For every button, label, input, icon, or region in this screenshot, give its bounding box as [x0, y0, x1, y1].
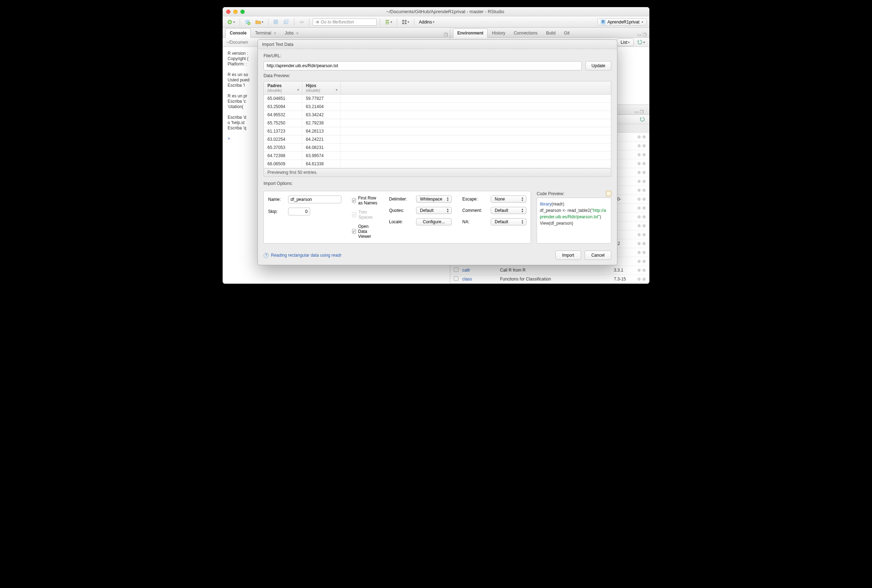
svg-rect-7: [300, 20, 303, 21]
package-checkbox[interactable]: [454, 276, 458, 281]
close-icon[interactable]: ✕: [296, 31, 299, 35]
main-toolbar: ▾ ▾ Go to file/function ▾: [223, 16, 649, 28]
refresh-icon[interactable]: ▾: [636, 39, 647, 45]
maximize-pane-icon[interactable]: ❐: [642, 32, 647, 38]
remove-icon[interactable]: ⊗: [642, 277, 646, 282]
remove-icon[interactable]: ⊗: [642, 143, 646, 148]
goto-file-input[interactable]: Go to file/function: [312, 18, 377, 26]
clipboard-icon[interactable]: [606, 191, 611, 196]
console-prompt[interactable]: >: [228, 136, 230, 141]
remove-icon[interactable]: ⊗: [642, 179, 646, 184]
tab-git[interactable]: Git: [560, 28, 573, 38]
tab-build[interactable]: Build: [542, 28, 560, 38]
maximize-icon[interactable]: ❐: [442, 32, 450, 38]
project-menu[interactable]: R AprendeR1privat ▾: [597, 18, 647, 26]
close-icon[interactable]: [226, 10, 230, 14]
help-link[interactable]: ?Reading rectangular data using readr: [264, 253, 341, 258]
table-row: 65.3705364.08231: [264, 144, 611, 152]
tab-history[interactable]: History: [488, 28, 509, 38]
web-icon[interactable]: ⊕: [637, 134, 641, 140]
comment-select[interactable]: Default▲▼: [491, 207, 526, 214]
web-icon[interactable]: ⊕: [637, 277, 641, 282]
quotes-select[interactable]: Default▲▼: [416, 207, 452, 214]
web-icon[interactable]: ⊕: [637, 143, 641, 148]
zoom-icon[interactable]: [240, 10, 245, 14]
tab-environment[interactable]: Environment: [453, 28, 488, 38]
remove-icon[interactable]: ⊗: [642, 161, 646, 166]
minimize-pane-icon[interactable]: ▭: [635, 110, 638, 114]
tab-terminal[interactable]: Terminal✕: [251, 28, 280, 38]
web-icon[interactable]: ⊕: [637, 259, 641, 264]
import-button[interactable]: Import: [555, 250, 581, 260]
update-button[interactable]: Update: [585, 61, 611, 70]
escape-select[interactable]: None▲▼: [491, 195, 526, 202]
web-icon[interactable]: ⊕: [637, 152, 641, 157]
remove-icon[interactable]: ⊗: [642, 268, 646, 273]
cancel-button[interactable]: Cancel: [585, 250, 611, 260]
remove-icon[interactable]: ⊗: [642, 259, 646, 264]
tab-connections[interactable]: Connections: [510, 28, 542, 38]
open-viewer-checkbox[interactable]: ✓Open Data Viewer: [352, 224, 378, 239]
maximize-pane-icon[interactable]: ❐: [640, 110, 644, 114]
package-name-link[interactable]: class: [462, 277, 500, 282]
web-icon[interactable]: ⊕: [637, 196, 641, 202]
web-icon[interactable]: ⊕: [637, 214, 641, 219]
locale-configure-button[interactable]: Configure...: [416, 218, 452, 225]
code-preview[interactable]: library(readr)df_pearson <- read_table2(…: [537, 198, 611, 243]
save-all-button[interactable]: [282, 18, 291, 25]
web-icon[interactable]: ⊕: [637, 250, 641, 255]
minimize-icon[interactable]: [233, 10, 237, 14]
column-header-hijos[interactable]: Hijos (double) ▼: [302, 81, 341, 94]
web-icon[interactable]: ⊕: [637, 188, 641, 193]
print-button[interactable]: [298, 18, 306, 25]
remove-icon[interactable]: ⊗: [642, 250, 646, 255]
skip-input[interactable]: [288, 208, 310, 215]
remove-icon[interactable]: ⊗: [642, 152, 646, 157]
chevron-down-icon[interactable]: ▼: [297, 88, 300, 92]
web-icon[interactable]: ⊕: [637, 241, 641, 246]
remove-icon[interactable]: ⊗: [642, 206, 646, 210]
new-project-button[interactable]: [243, 18, 252, 26]
column-header-padres[interactable]: Padres (double) ▼: [264, 81, 302, 94]
addins-menu[interactable]: Addins ▾: [417, 19, 436, 25]
name-input[interactable]: [288, 195, 341, 203]
remove-icon[interactable]: ⊗: [642, 232, 646, 237]
tools-button[interactable]: ▾: [383, 19, 394, 25]
refresh-icon[interactable]: [638, 116, 647, 123]
list-view-button[interactable]: List ▾: [617, 38, 634, 46]
tab-console[interactable]: Console: [225, 28, 251, 38]
save-button[interactable]: [272, 18, 280, 25]
remove-icon[interactable]: ⊗: [642, 134, 646, 140]
web-icon[interactable]: ⊕: [637, 179, 641, 184]
delimiter-select[interactable]: Whitespace▲▼: [416, 195, 452, 202]
file-url-input[interactable]: [264, 61, 582, 70]
package-checkbox[interactable]: [454, 267, 458, 272]
close-icon[interactable]: ✕: [273, 31, 276, 35]
minimize-pane-icon[interactable]: ▭: [637, 32, 641, 38]
web-icon[interactable]: ⊕: [637, 268, 641, 273]
remove-icon[interactable]: ⊗: [642, 241, 646, 246]
web-icon[interactable]: ⊕: [637, 223, 641, 228]
web-icon[interactable]: ⊕: [637, 232, 641, 237]
web-icon[interactable]: ⊕: [637, 206, 641, 210]
chevron-down-icon[interactable]: ▼: [335, 88, 338, 92]
window-controls: [226, 10, 245, 14]
package-name-link[interactable]: callr: [462, 268, 500, 273]
dialog-footer: ?Reading rectangular data using readr Im…: [258, 248, 617, 265]
first-row-checkbox[interactable]: ✓First Row as Names: [352, 195, 378, 206]
remove-icon[interactable]: ⊗: [642, 188, 646, 193]
data-preview-table[interactable]: Padres (double) ▼ Hijos (double) ▼: [264, 81, 611, 168]
web-icon[interactable]: ⊕: [637, 170, 641, 175]
grid-button[interactable]: ▾: [401, 19, 411, 25]
window-title: ~/Documents/GitHub/AprendeR1privat - mas…: [245, 9, 646, 14]
remove-icon[interactable]: ⊗: [642, 196, 646, 202]
quotes-label: Quotes:: [389, 208, 413, 213]
open-file-button[interactable]: ▾: [254, 18, 265, 26]
na-select[interactable]: Default▲▼: [491, 218, 526, 225]
web-icon[interactable]: ⊕: [637, 161, 641, 166]
remove-icon[interactable]: ⊗: [642, 214, 646, 219]
tab-jobs[interactable]: Jobs✕: [281, 28, 303, 38]
remove-icon[interactable]: ⊗: [642, 170, 646, 175]
remove-icon[interactable]: ⊗: [642, 223, 646, 228]
new-file-button[interactable]: ▾: [225, 18, 237, 26]
